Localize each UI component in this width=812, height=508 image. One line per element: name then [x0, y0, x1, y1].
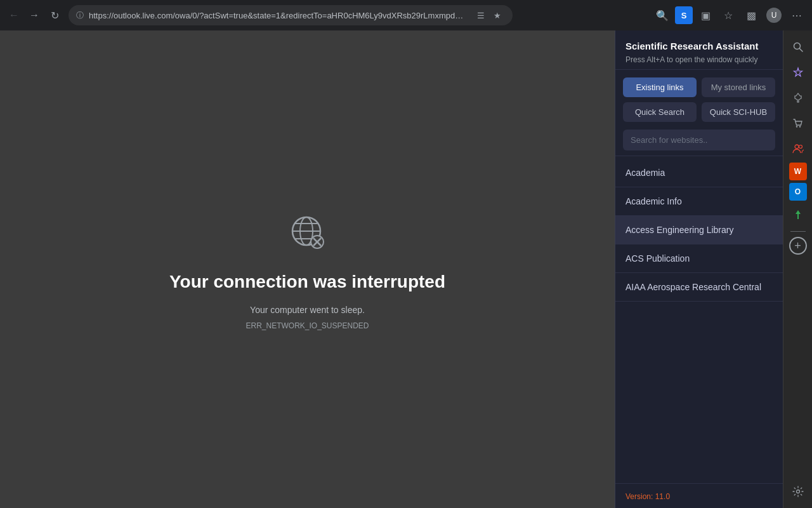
ext-buttons-row: Quick Search Quick SCI-HUB	[615, 97, 783, 127]
address-bar-actions: ☰ ★	[473, 8, 505, 23]
pin-sidebar-button[interactable]	[787, 86, 809, 109]
search-sidebar-button[interactable]	[787, 36, 809, 58]
address-bar[interactable]: ⓘ https://outlook.live.com/owa/0/?actSwt…	[69, 5, 513, 25]
read-mode-button[interactable]: ☰	[473, 8, 488, 23]
ext-popup-tabs: Existing links My stored links	[615, 70, 783, 97]
search-input[interactable]	[623, 130, 775, 150]
error-subtitle: Your computer went to sleep.	[250, 305, 365, 315]
ext-popup-title: Scientific Research Assistant	[625, 41, 773, 51]
stored-links-tab[interactable]: My stored links	[702, 77, 775, 97]
error-code: ERR_NETWORK_IO_SUSPENDED	[246, 321, 369, 330]
link-item-academia[interactable]: Academia	[615, 159, 783, 187]
version-text: Version: 11.0	[625, 492, 670, 501]
reload-button[interactable]: ↻	[46, 6, 63, 24]
ext-popup-shortcut: Press Alt+A to open the window quickly	[625, 55, 773, 64]
sidebar-divider	[790, 231, 806, 232]
main-area: Your connection was interrupted Your com…	[0, 30, 812, 508]
link-item-access-engineering[interactable]: Access Engineering Library	[615, 216, 783, 244]
collections-button[interactable]: ▩	[741, 5, 761, 25]
outlook-sidebar-button[interactable]: O	[789, 183, 807, 201]
svg-point-11	[799, 126, 800, 127]
url-text: https://outlook.live.com/owa/0/?actSwt=t…	[89, 11, 468, 20]
browser-toolbar-right: 🔍 S ▣ ☆ ▩ U ⋯	[652, 5, 807, 25]
quick-scihub-button[interactable]: Quick SCI-HUB	[702, 102, 775, 122]
office-sidebar-button[interactable]: W	[789, 163, 807, 180]
people-sidebar-button[interactable]	[787, 137, 809, 160]
browser-chrome: ← → ↻ ⓘ https://outlook.live.com/owa/0/?…	[0, 0, 812, 30]
favorite-star-button[interactable]: ★	[490, 8, 505, 23]
svg-point-10	[796, 126, 797, 127]
existing-links-tab[interactable]: Existing links	[623, 77, 697, 97]
right-sidebar: W O +	[783, 30, 812, 508]
link-item-aiaa[interactable]: AIAA Aerospace Research Central	[615, 273, 783, 302]
error-title: Your connection was interrupted	[169, 272, 445, 292]
forward-button[interactable]: →	[25, 6, 43, 24]
svg-point-14	[796, 490, 799, 493]
globe-blocked-icon	[282, 208, 333, 259]
add-sidebar-button[interactable]: +	[789, 237, 807, 255]
svg-line-9	[799, 49, 802, 52]
ai-sparkle-sidebar-button[interactable]	[787, 61, 809, 84]
favorites-button[interactable]: ☆	[718, 5, 738, 25]
ext-popup-footer: Version: 11.0	[615, 483, 783, 508]
svg-point-13	[799, 145, 802, 149]
settings-sidebar-button[interactable]	[787, 480, 809, 503]
extension-popup: Scientific Research Assistant Press Alt+…	[615, 30, 783, 508]
shopping-sidebar-button[interactable]	[787, 112, 809, 135]
ext-popup-header: Scientific Research Assistant Press Alt+…	[615, 30, 783, 70]
back-button[interactable]: ←	[5, 6, 23, 24]
error-page: Your connection was interrupted Your com…	[0, 30, 615, 508]
extensions-button[interactable]: ▣	[695, 5, 716, 25]
menu-button[interactable]: ⋯	[787, 5, 807, 25]
nav-buttons: ← → ↻	[5, 6, 63, 24]
quick-search-button[interactable]: Quick Search	[623, 102, 697, 122]
tree-sidebar-button[interactable]	[787, 203, 809, 226]
profile-button[interactable]: U	[764, 5, 784, 25]
info-icon: ⓘ	[76, 10, 84, 21]
link-item-academic-info[interactable]: Academic Info	[615, 187, 783, 216]
svg-point-12	[795, 145, 799, 149]
link-item-acs[interactable]: ACS Publication	[615, 244, 783, 273]
extension-s-button[interactable]: S	[675, 6, 693, 24]
links-list: Academia Academic Info Access Engineerin…	[615, 156, 783, 483]
search-toolbar-button[interactable]: 🔍	[652, 5, 672, 25]
